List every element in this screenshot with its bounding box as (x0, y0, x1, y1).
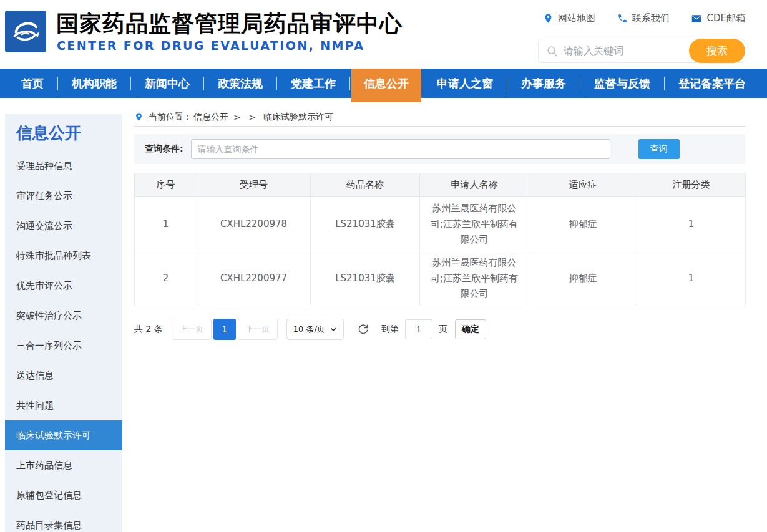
cell-indication: 抑郁症 (529, 251, 637, 306)
col-header-index: 序号 (135, 173, 197, 197)
sidebar-item-three-in-one[interactable]: 三合一序列公示 (5, 331, 122, 360)
cell-registration-class: 1 (637, 251, 746, 306)
nav-item-party[interactable]: 党建工作 (278, 69, 348, 98)
nav-item-info-disclosure[interactable]: 信息公开 (351, 65, 421, 102)
contact-link[interactable]: 联系我们 (617, 12, 670, 24)
mail-icon (691, 14, 702, 24)
nav-divider (203, 77, 204, 90)
location-pin-icon (543, 13, 554, 24)
cell-indication: 抑郁症 (529, 197, 637, 251)
sidebar-item-clinical-trial-implied-license[interactable]: 临床试验默示许可 (5, 420, 122, 450)
sidebar-item-breakthrough-therapy[interactable]: 突破性治疗公示 (5, 301, 122, 331)
refresh-button[interactable] (356, 322, 370, 336)
main-nav: 首页 机构职能 新闻中心 政策法规 党建工作 信息公开 申请人之窗 办事服务 监… (0, 69, 767, 98)
col-header-indication: 适应症 (529, 173, 637, 197)
phone-icon (617, 13, 628, 24)
confirm-button[interactable]: 确定 (455, 319, 486, 339)
sidebar: 信息公开 受理品种信息 审评任务公示 沟通交流公示 特殊审批品种列表 优先审评公… (5, 114, 122, 532)
sidebar-item-accepted-varieties[interactable]: 受理品种信息 (5, 151, 122, 181)
pagination: 共 2 条 上一页 1 下一页 10 条/页 到第 页 确定 (134, 319, 745, 340)
query-label: 查询条件: (145, 143, 183, 155)
refresh-icon (357, 323, 369, 336)
nav-divider (349, 77, 350, 90)
col-header-acceptance-no: 受理号 (197, 173, 311, 197)
sidebar-item-review-tasks[interactable]: 审评任务公示 (5, 181, 122, 211)
nav-item-policy[interactable]: 政策法规 (205, 69, 275, 98)
goto-page-suffix: 页 (439, 324, 447, 335)
results-table: 序号 受理号 药品名称 申请人名称 适应症 注册分类 1 CXHL2200978… (134, 173, 746, 306)
query-input[interactable] (191, 139, 610, 159)
pagination-total: 共 2 条 (134, 324, 163, 335)
page-number-button[interactable]: 1 (213, 319, 236, 340)
sidebar-item-excipient-registration[interactable]: 原辅包登记信息 (5, 480, 122, 510)
table-header-row: 序号 受理号 药品名称 申请人名称 适应症 注册分类 (135, 173, 746, 197)
nav-item-news[interactable]: 新闻中心 (132, 69, 202, 98)
sidebar-item-common-issues[interactable]: 共性问题 (5, 390, 122, 420)
nav-divider (580, 77, 580, 90)
breadcrumb-current: 临床试验默示许可 (263, 112, 333, 123)
sidebar-item-drug-catalog[interactable]: 药品目录集信息 (5, 510, 122, 532)
breadcrumb-section-link[interactable]: 信息公开 (193, 112, 228, 123)
sidebar-item-delivery-info[interactable]: 送达信息 (5, 360, 122, 390)
query-bar: 查询条件: 查询 (134, 134, 745, 164)
page-size-value: 10 条/页 (293, 324, 325, 335)
breadcrumb: 当前位置：信息公开 > > 临床试验默示许可 (134, 114, 745, 127)
cde-logo-swoosh-icon (8, 14, 43, 49)
cell-applicant: 苏州兰晟医药有限公司;江苏兰欣平制药有限公司 (420, 251, 529, 306)
sitemap-label: 网站地图 (558, 12, 595, 24)
cde-logo (5, 11, 46, 52)
utility-links: 网站地图 联系我们 CDE邮箱 (543, 12, 745, 24)
sidebar-item-marketed-drugs[interactable]: 上市药品信息 (5, 450, 122, 480)
breadcrumb-pin-icon (134, 112, 144, 122)
nav-divider (276, 77, 277, 90)
nav-item-applicant-window[interactable]: 申请人之窗 (424, 69, 506, 98)
cell-registration-class: 1 (637, 197, 746, 251)
sidebar-item-priority-review[interactable]: 优先审评公示 (5, 271, 122, 301)
nav-divider (130, 77, 131, 90)
goto-page-input[interactable] (405, 319, 432, 339)
cell-drug-name: LS21031胶囊 (311, 251, 420, 306)
nav-item-services[interactable]: 办事服务 (509, 69, 579, 98)
prev-page-button[interactable]: 上一页 (172, 319, 212, 340)
cell-acceptance-no: CXHL2200978 (197, 197, 311, 251)
col-header-registration-class: 注册分类 (637, 173, 746, 197)
sidebar-item-special-approval[interactable]: 特殊审批品种列表 (5, 241, 122, 271)
nav-divider (507, 77, 507, 90)
sitemap-link[interactable]: 网站地图 (543, 12, 595, 24)
nav-item-functions[interactable]: 机构职能 (59, 69, 129, 98)
next-page-button[interactable]: 下一页 (238, 319, 278, 340)
nav-item-supervision[interactable]: 监督与反馈 (582, 69, 663, 98)
query-button[interactable]: 查询 (638, 139, 680, 159)
nav-item-home[interactable]: 首页 (9, 69, 56, 98)
site-title-en: CENTER FOR DRUG EVALUATION, NMPA (57, 39, 364, 52)
cell-applicant: 苏州兰晟医药有限公司;江苏兰欣平制药有限公司 (420, 197, 529, 251)
cell-drug-name: LS21031胶囊 (311, 197, 420, 251)
chevron-down-icon (330, 326, 337, 333)
cell-acceptance-no: CXHL2200977 (197, 251, 311, 306)
search-button[interactable]: 搜索 (689, 39, 745, 63)
nav-divider (664, 77, 665, 90)
breadcrumb-prefix: 当前位置： (149, 112, 192, 123)
col-header-drug-name: 药品名称 (311, 173, 420, 197)
sidebar-title: 信息公开 (5, 114, 122, 151)
main-content: 当前位置：信息公开 > > 临床试验默示许可 查询条件: 查询 序号 受理号 药… (134, 114, 745, 340)
page-size-select[interactable]: 10 条/页 (286, 319, 344, 340)
search-icon (546, 45, 559, 57)
sidebar-item-communication[interactable]: 沟通交流公示 (5, 211, 122, 241)
site-title-cn: 国家药品监督管理局药品审评中心 (56, 9, 403, 39)
header-search-bar: 搜索 (538, 39, 745, 63)
nav-divider (57, 77, 58, 90)
table-row: 2 CXHL2200977 LS21031胶囊 苏州兰晟医药有限公司;江苏兰欣平… (135, 251, 746, 306)
cde-mail-label: CDE邮箱 (706, 12, 745, 24)
cde-mail-link[interactable]: CDE邮箱 (691, 12, 745, 24)
cell-index: 1 (135, 197, 197, 251)
contact-label: 联系我们 (632, 12, 670, 24)
nav-divider (423, 77, 423, 90)
col-header-applicant: 申请人名称 (420, 173, 529, 197)
nav-item-registration-platform[interactable]: 登记备案平台 (666, 69, 758, 98)
site-header: 国家药品监督管理局药品审评中心 CENTER FOR DRUG EVALUATI… (0, 0, 767, 69)
breadcrumb-separator: > > (233, 112, 258, 122)
table-row: 1 CXHL2200978 LS21031胶囊 苏州兰晟医药有限公司;江苏兰欣平… (135, 197, 746, 251)
goto-page-prefix: 到第 (381, 324, 399, 335)
cell-index: 2 (135, 251, 197, 306)
